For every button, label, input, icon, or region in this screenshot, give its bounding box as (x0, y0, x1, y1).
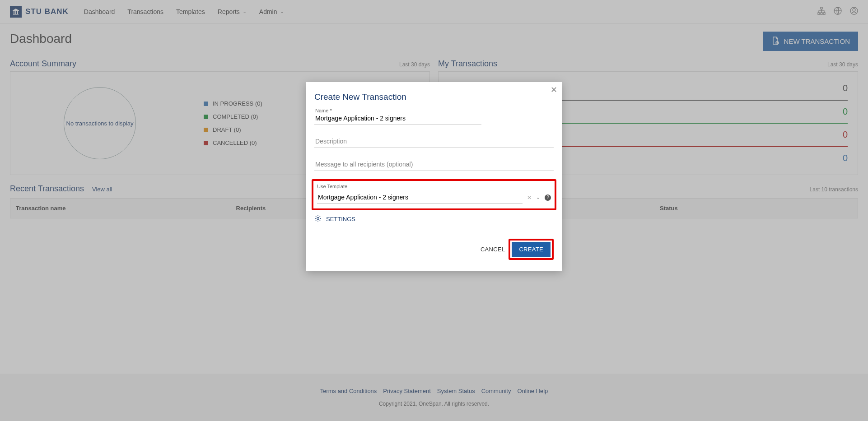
name-field: Name * (314, 110, 554, 125)
template-select[interactable] (317, 191, 523, 204)
modal-title: Create New Transaction (314, 92, 554, 102)
help-icon[interactable]: ? (545, 194, 551, 201)
message-field (314, 156, 554, 171)
chevron-down-icon[interactable]: ⌄ (536, 194, 540, 200)
create-button-highlight: CREATE (509, 239, 554, 260)
name-input[interactable] (314, 110, 481, 125)
use-template-highlight: Use Template ✕ ⌄ ? (312, 179, 556, 210)
description-input[interactable] (314, 133, 554, 148)
settings-link[interactable]: SETTINGS (314, 215, 554, 223)
cancel-button[interactable]: CANCEL (481, 246, 505, 253)
modal-actions: CANCEL CREATE (314, 239, 554, 260)
name-label: Name * (315, 108, 332, 113)
create-button[interactable]: CREATE (512, 242, 551, 257)
close-icon[interactable]: ✕ (551, 85, 557, 95)
template-label: Use Template (317, 184, 551, 189)
message-input[interactable] (314, 156, 554, 171)
description-field (314, 133, 554, 148)
gear-icon (314, 215, 322, 223)
clear-icon[interactable]: ✕ (527, 194, 532, 201)
svg-point-8 (317, 217, 319, 220)
settings-label: SETTINGS (326, 216, 355, 222)
create-transaction-modal: ✕ Create New Transaction Name * Use Temp… (306, 82, 562, 271)
